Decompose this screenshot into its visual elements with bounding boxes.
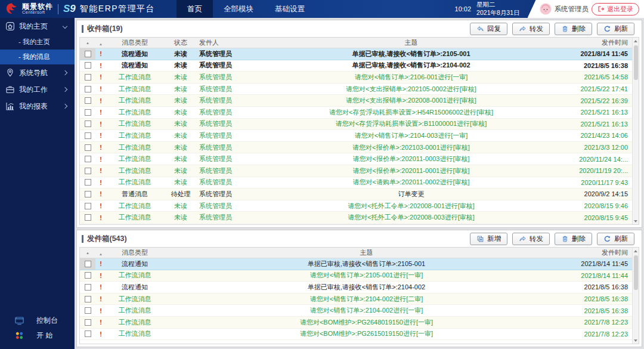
table-row[interactable]: !工作流消息请您对<BOM维护>:PG2648019150进行[一审]2021/… (80, 317, 639, 329)
cell-time: 2020/11/19 20:... (569, 167, 631, 174)
cell-subject: 请您对<托外工令单>:202008-001进行[审核] (253, 202, 569, 211)
row-checkbox[interactable] (85, 97, 91, 104)
row-checkbox[interactable] (85, 296, 91, 302)
row-checkbox[interactable] (85, 214, 91, 221)
row-checkbox[interactable] (85, 86, 91, 92)
table-row[interactable]: !工作流消息未读系统管理员请您对<报价单>:202011-0001进行[审核]2… (80, 165, 639, 177)
table-row[interactable]: !工作流消息请您对<BOM维护>:PG2615019150进行[一审]2021/… (80, 329, 639, 341)
table-row[interactable]: !工作流消息未读系统管理员请您对<报价单>:202103-0001进行[审核]2… (80, 142, 639, 154)
outbox-add-button[interactable]: 新增 (470, 233, 507, 245)
row-checkbox[interactable] (85, 74, 91, 81)
nav-item[interactable]: 全部模块 (213, 0, 264, 18)
outbox-refresh-button[interactable]: 刷新 (597, 233, 634, 245)
scroll-down-icon[interactable] (633, 218, 639, 224)
cell-type: 流程通知 (106, 283, 163, 292)
table-row[interactable]: !工作流消息未读系统管理员请您对<托外工令单>:202008-001进行[审核]… (80, 200, 639, 212)
row-checkbox[interactable] (85, 62, 91, 69)
row-checkbox[interactable] (85, 331, 91, 337)
table-row[interactable]: !工作流消息未读系统管理员请您对<请购单>:202011-0002进行[审核]2… (80, 177, 639, 189)
inbox-refresh-button[interactable]: 刷新 (597, 23, 634, 35)
scroll-thumb[interactable] (634, 255, 638, 290)
top-header: 顺景软件 Centersoft S9 智能ERP管理平台 首页全部模块基础设置 … (0, 0, 644, 18)
row-checkbox[interactable] (85, 168, 91, 174)
col-subject[interactable]: 主题 (163, 248, 569, 257)
col-time[interactable]: 发件时间 (569, 38, 631, 47)
row-checkbox[interactable] (85, 272, 91, 279)
row-flag-cell: ! (95, 295, 106, 302)
brand-logo-icon (5, 2, 19, 16)
table-row[interactable]: !工作流消息未读系统管理员请您对<支出报销单>:202008-0001进行[审核… (80, 95, 639, 107)
row-checkbox[interactable] (85, 144, 91, 151)
table-row[interactable]: !工作流消息未读系统管理员请您对<存货浮动耗损率设置>:B11000001进行[… (80, 119, 639, 131)
nav-item[interactable]: 首页 (177, 0, 213, 18)
sidebar-item[interactable]: 系统导航 (0, 64, 75, 81)
inbox-trash-button[interactable]: 删除 (555, 23, 592, 35)
table-row[interactable]: !工作流消息未读系统管理员请您对<支出报销单>:202105-0002进行[审核… (80, 84, 639, 95)
col-type[interactable]: 消息类型 (106, 38, 163, 47)
row-select-cell (80, 153, 95, 165)
inbox-scrollbar[interactable] (632, 38, 639, 224)
cell-time: 2021/8/5 16:38 (569, 307, 631, 314)
scroll-thumb[interactable] (634, 45, 638, 80)
scroll-up-icon[interactable] (633, 248, 639, 254)
cell-type: 工作流消息 (106, 202, 163, 211)
table-row[interactable]: !流程通知单据已审核,请接收<销售订单>:2105-0012021/8/14 1… (80, 258, 639, 270)
row-checkbox[interactable] (85, 51, 91, 57)
row-checkbox[interactable] (85, 179, 91, 186)
sidebar-item[interactable]: 我的报表 (0, 98, 75, 115)
row-checkbox[interactable] (85, 319, 91, 326)
row-checkbox[interactable] (85, 307, 91, 314)
table-row[interactable]: !工作流消息未读系统管理员请您对<销售订单>:2106-001进行[一审]202… (80, 72, 639, 84)
scroll-up-icon[interactable] (633, 38, 639, 44)
table-row[interactable]: !工作流消息未读系统管理员请您对<托外工令单>:202008-003进行[审核]… (80, 212, 639, 224)
row-select-cell (80, 305, 95, 316)
cell-status: 未读 (163, 155, 198, 163)
row-checkbox[interactable] (85, 191, 91, 197)
cell-status: 未读 (163, 202, 198, 211)
table-row[interactable]: !工作流消息请您对<销售订单>:2104-002进行[一审]2021/8/5 1… (80, 305, 639, 317)
cell-time: 2021/5/22 16:39 (569, 97, 631, 104)
row-select-cell (80, 200, 95, 212)
table-row[interactable]: !工作流消息未读系统管理员请您对<报价单>:202011-0003进行[审核]2… (80, 153, 639, 165)
sidebar-subitem[interactable]: - 我的消息 (0, 50, 75, 64)
sidebar-item[interactable]: 我的主页 (0, 18, 75, 35)
col-subject[interactable]: 主题 (253, 38, 569, 47)
outbox-trash-button[interactable]: 删除 (555, 233, 592, 245)
table-row[interactable]: !工作流消息未读系统管理员请您对<销售订单>:2104-003进行[一审]202… (80, 130, 639, 142)
row-checkbox[interactable] (85, 261, 91, 267)
table-row[interactable]: !流程通知单据已审核,请接收<销售订单>:2104-0022021/8/5 16… (80, 282, 639, 294)
row-checkbox[interactable] (85, 109, 91, 116)
table-row[interactable]: !流程通知未读系统管理员单据已审核,请接收<销售订单>:2105-0012021… (80, 48, 639, 60)
sidebar-item[interactable]: 我的工作 (0, 81, 75, 98)
row-flag-cell: ! (95, 331, 106, 338)
table-row[interactable]: !流程通知未读系统管理员单据已审核,请接收<销售订单>:2104-0022021… (80, 60, 639, 72)
outbox-scrollbar[interactable] (632, 248, 639, 344)
scroll-down-icon[interactable] (633, 337, 639, 344)
inbox-reply-button[interactable]: 回复 (470, 23, 507, 35)
col-type[interactable]: 消息类型 (106, 248, 163, 257)
inbox-forward-button[interactable]: 转发 (512, 23, 550, 35)
row-flag-cell: ! (95, 132, 106, 139)
nav-item[interactable]: 基础设置 (264, 0, 315, 18)
sidebar-footer: 控制台开 始 (0, 313, 75, 349)
priority-flag-icon: ! (100, 214, 102, 221)
row-checkbox[interactable] (85, 203, 91, 209)
priority-flag-icon: ! (100, 109, 102, 116)
col-status[interactable]: 状态 (163, 38, 198, 47)
row-checkbox[interactable] (85, 156, 91, 162)
sidebar-footer-item[interactable]: 开 始 (0, 328, 75, 343)
outbox-forward-button[interactable]: 转发 (512, 233, 550, 245)
table-row[interactable]: !普通消息待处理系统管理员订单变更2020/9/2 14:15 (80, 189, 639, 200)
row-flag-cell: ! (95, 319, 106, 326)
sidebar-subitem[interactable]: - 我的主页 (0, 35, 75, 50)
table-row[interactable]: !工作流消息未读系统管理员请您对<存货浮动耗损率设置>:H54R15006002… (80, 107, 639, 119)
col-sender[interactable]: 发件人 (198, 38, 253, 47)
row-checkbox[interactable] (85, 121, 91, 127)
row-checkbox[interactable] (85, 132, 91, 139)
table-row[interactable]: !工作流消息请您对<销售订单>:2104-002进行[二审]2021/8/5 1… (80, 294, 639, 305)
col-time[interactable]: 发件时间 (569, 248, 631, 257)
logout-button[interactable]: 退出登录 (592, 3, 639, 16)
sidebar-footer-item[interactable]: 控制台 (0, 313, 75, 328)
row-checkbox[interactable] (85, 284, 91, 291)
table-row[interactable]: !工作流消息请您对<销售订单>:2105-001进行[一审]2021/8/14 … (80, 270, 639, 282)
